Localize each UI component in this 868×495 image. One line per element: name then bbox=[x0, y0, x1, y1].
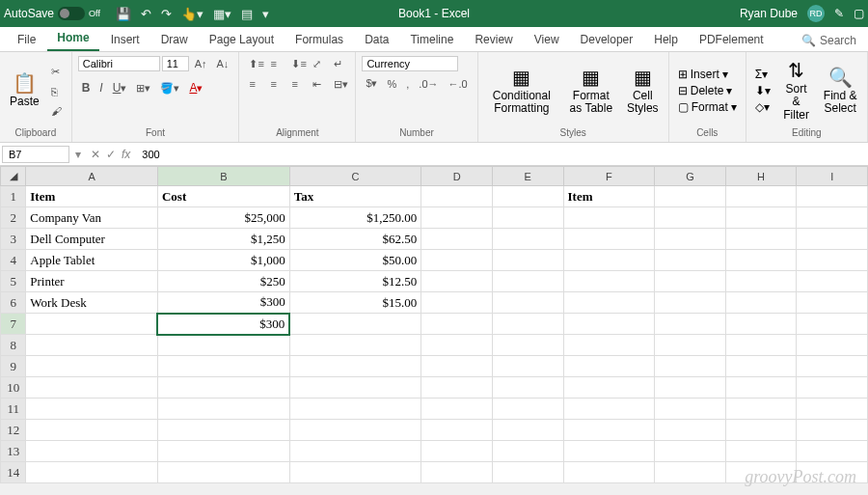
row-header[interactable]: 9 bbox=[1, 356, 26, 377]
cell[interactable]: $25,000 bbox=[157, 207, 289, 229]
avatar[interactable]: RD bbox=[807, 5, 825, 22]
cell[interactable] bbox=[492, 399, 563, 420]
clear-button[interactable]: ◇▾ bbox=[752, 99, 773, 115]
selected-cell[interactable]: $300 bbox=[157, 314, 289, 335]
autosum-button[interactable]: Σ▾ bbox=[752, 67, 773, 82]
orientation-icon[interactable]: ⤢ bbox=[309, 56, 328, 72]
conditional-formatting-button[interactable]: ▦Conditional Formatting bbox=[484, 65, 559, 117]
cell[interactable] bbox=[26, 399, 158, 420]
cell[interactable] bbox=[26, 377, 158, 399]
cell[interactable] bbox=[563, 207, 655, 229]
cell[interactable] bbox=[725, 441, 797, 462]
cell[interactable] bbox=[421, 420, 493, 441]
cell[interactable] bbox=[655, 335, 726, 356]
cell[interactable] bbox=[563, 250, 655, 271]
col-header-A[interactable]: A bbox=[26, 167, 158, 186]
cell[interactable] bbox=[655, 314, 726, 335]
cell[interactable] bbox=[725, 420, 797, 441]
col-header-E[interactable]: E bbox=[492, 167, 563, 186]
cell[interactable]: $50.00 bbox=[289, 250, 421, 271]
paste-button[interactable]: 📋 Paste bbox=[6, 70, 43, 110]
cell[interactable] bbox=[157, 377, 289, 399]
row-header[interactable]: 8 bbox=[1, 335, 26, 356]
cell[interactable] bbox=[421, 292, 493, 314]
border-button[interactable]: ⊞▾ bbox=[132, 80, 154, 96]
cell[interactable]: $1,250.00 bbox=[289, 207, 421, 229]
cell[interactable] bbox=[289, 441, 421, 462]
row-header[interactable]: 2 bbox=[1, 207, 26, 229]
cell[interactable]: $62.50 bbox=[289, 229, 421, 250]
cell[interactable] bbox=[725, 186, 797, 207]
find-select-button[interactable]: 🔍Find & Select bbox=[819, 65, 861, 117]
align-bottom-icon[interactable]: ⬇≡ bbox=[287, 56, 307, 72]
cell[interactable] bbox=[26, 462, 158, 483]
cell-styles-button[interactable]: ▦Cell Styles bbox=[623, 65, 663, 117]
format-button[interactable]: ▢Format▾ bbox=[675, 99, 740, 115]
format-as-table-button[interactable]: ▦Format as Table bbox=[563, 65, 619, 117]
cell[interactable] bbox=[797, 229, 868, 250]
underline-button[interactable]: U▾ bbox=[109, 79, 131, 96]
cell[interactable] bbox=[797, 314, 868, 335]
cell[interactable] bbox=[563, 335, 655, 356]
cell[interactable] bbox=[26, 335, 158, 356]
row-header[interactable]: 10 bbox=[1, 377, 26, 399]
merge-icon[interactable]: ⊟▾ bbox=[330, 76, 349, 93]
align-middle-icon[interactable]: ≡ bbox=[266, 56, 285, 72]
cell[interactable] bbox=[421, 314, 493, 335]
cell[interactable] bbox=[725, 271, 797, 292]
insert-button[interactable]: ⊞Insert▾ bbox=[675, 67, 740, 82]
cell[interactable] bbox=[492, 271, 563, 292]
cell[interactable] bbox=[26, 441, 158, 462]
redo-icon[interactable]: ↷ bbox=[161, 7, 172, 21]
cell[interactable] bbox=[725, 229, 797, 250]
cell[interactable] bbox=[421, 271, 493, 292]
cell[interactable]: Company Van bbox=[26, 207, 158, 229]
increase-decimal-icon[interactable]: .0→ bbox=[415, 76, 442, 92]
tab-timeline[interactable]: Timeline bbox=[400, 28, 463, 51]
cell[interactable] bbox=[797, 271, 868, 292]
tab-formulas[interactable]: Formulas bbox=[285, 28, 353, 51]
comma-icon[interactable]: , bbox=[402, 76, 413, 92]
row-header[interactable]: 4 bbox=[1, 250, 26, 271]
cell[interactable] bbox=[797, 441, 868, 462]
cell[interactable] bbox=[725, 377, 797, 399]
wrap-text-icon[interactable]: ↵ bbox=[330, 56, 349, 72]
cell[interactable] bbox=[157, 462, 289, 483]
col-header-F[interactable]: F bbox=[563, 167, 655, 186]
cell[interactable]: $300 bbox=[157, 292, 289, 314]
cell[interactable] bbox=[289, 462, 421, 483]
cell[interactable] bbox=[655, 229, 726, 250]
align-top-icon[interactable]: ⬆≡ bbox=[245, 56, 264, 72]
sort-filter-button[interactable]: ⇅Sort & Filter bbox=[777, 58, 816, 124]
save-icon[interactable]: 💾 bbox=[116, 7, 131, 21]
row-header[interactable]: 11 bbox=[1, 399, 26, 420]
cell[interactable] bbox=[725, 356, 797, 377]
formula-input[interactable] bbox=[136, 147, 868, 162]
cell[interactable] bbox=[421, 250, 493, 271]
enter-formula-icon[interactable]: ✓ bbox=[106, 148, 116, 161]
cell[interactable] bbox=[492, 186, 563, 207]
cell[interactable]: $250 bbox=[157, 271, 289, 292]
user-name[interactable]: Ryan Dube bbox=[740, 7, 798, 20]
font-name-select[interactable] bbox=[78, 56, 160, 71]
cell[interactable] bbox=[563, 356, 655, 377]
cell[interactable] bbox=[492, 377, 563, 399]
row-header[interactable]: 6 bbox=[1, 292, 26, 314]
tab-draw[interactable]: Draw bbox=[151, 28, 198, 51]
cell[interactable] bbox=[655, 356, 726, 377]
tab-home[interactable]: Home bbox=[47, 26, 98, 51]
dropdown-icon[interactable]: ▾ bbox=[262, 7, 269, 21]
cell[interactable] bbox=[492, 335, 563, 356]
cell[interactable] bbox=[492, 356, 563, 377]
cell[interactable] bbox=[289, 399, 421, 420]
tab-insert[interactable]: Insert bbox=[101, 28, 149, 51]
cell[interactable] bbox=[421, 462, 493, 483]
cell[interactable] bbox=[655, 399, 726, 420]
cell[interactable] bbox=[421, 335, 493, 356]
name-box[interactable] bbox=[2, 146, 69, 163]
cell[interactable] bbox=[421, 399, 493, 420]
cell[interactable]: $12.50 bbox=[289, 271, 421, 292]
cell[interactable]: Printer bbox=[26, 271, 158, 292]
cell[interactable]: Item bbox=[26, 186, 158, 207]
cell[interactable] bbox=[26, 420, 158, 441]
